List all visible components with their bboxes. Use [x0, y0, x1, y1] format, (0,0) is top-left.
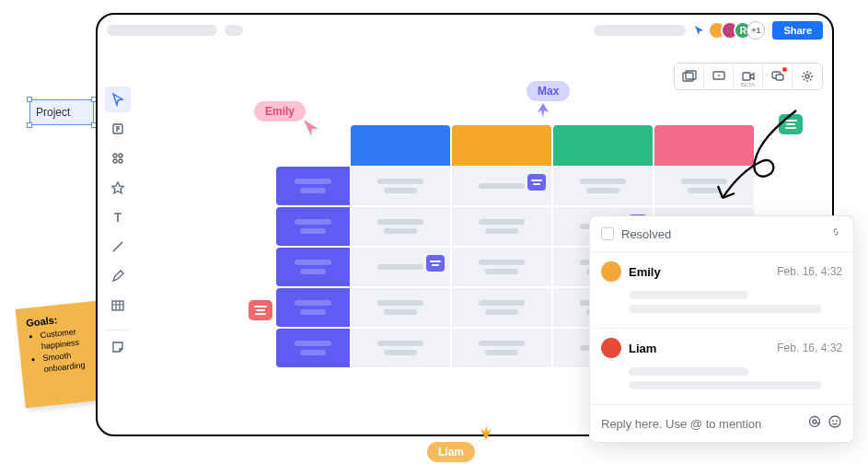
beta-label: BETA — [741, 82, 755, 87]
cursor-arrow-icon — [477, 423, 495, 446]
notification-dot — [782, 67, 787, 72]
resize-handle[interactable] — [27, 122, 32, 128]
table-cell[interactable] — [452, 207, 551, 246]
svg-point-19 — [836, 420, 838, 422]
presence-cursor-icon — [693, 24, 706, 37]
svg-rect-14 — [112, 301, 123, 310]
table-cell[interactable] — [553, 167, 653, 205]
project-label-text: Project — [36, 106, 70, 119]
settings-icon[interactable] — [793, 64, 822, 89]
svg-point-12 — [113, 159, 117, 163]
comment-item: Liam Feb. 16, 4:32 — [590, 329, 853, 405]
collaborator-avatars[interactable]: R +1 — [713, 21, 765, 40]
comment-item: Emily Feb. 16, 4:32 — [590, 252, 853, 329]
table-cell[interactable] — [452, 329, 551, 367]
resolved-label: Resolved — [621, 227, 822, 241]
comment-marker-icon[interactable] — [249, 300, 272, 320]
text-tool-icon[interactable] — [105, 204, 131, 230]
user-cursor-label-liam: Liam — [427, 442, 475, 462]
video-icon[interactable]: BETA — [734, 64, 763, 89]
select-tool-icon[interactable] — [105, 87, 131, 112]
apps-icon[interactable] — [105, 145, 131, 171]
table-cell[interactable] — [452, 288, 551, 327]
mention-icon[interactable] — [807, 414, 822, 433]
svg-point-16 — [813, 420, 816, 423]
copy-link-icon[interactable] — [829, 226, 842, 242]
chat-icon[interactable] — [763, 64, 793, 89]
pen-tool-icon[interactable] — [105, 263, 131, 289]
project-label-element[interactable]: Project — [29, 99, 94, 125]
comment-panel: Resolved Emily Feb. 16, 4:32 Liam Feb. 1… — [589, 215, 854, 443]
commenter-avatar — [601, 261, 621, 282]
svg-point-18 — [832, 420, 834, 422]
title-placeholder — [107, 25, 217, 36]
comment-reply-row — [590, 405, 853, 442]
comment-timestamp: Feb. 16, 4:32 — [777, 265, 842, 278]
table-cell[interactable] — [351, 329, 450, 367]
table-cell[interactable] — [452, 248, 551, 286]
commenter-avatar — [601, 338, 621, 358]
table-tool-icon[interactable] — [105, 293, 131, 319]
table-cell[interactable] — [351, 207, 450, 246]
row-header[interactable] — [276, 207, 350, 246]
slides-icon[interactable] — [675, 64, 704, 89]
resize-handle[interactable] — [27, 97, 32, 102]
avatar-more-label: +1 — [751, 26, 760, 35]
svg-point-15 — [810, 417, 820, 427]
comment-text-placeholder — [629, 305, 822, 313]
star-icon[interactable] — [105, 175, 131, 201]
comment-panel-header: Resolved — [590, 216, 853, 252]
svg-point-13 — [119, 159, 122, 163]
user-cursor-label-max: Max — [527, 81, 570, 101]
app-toolbar-right: BETA — [674, 63, 823, 90]
table-cell[interactable] — [452, 167, 551, 205]
user-cursor-label-emily: Emily — [254, 101, 306, 122]
templates-icon[interactable] — [105, 116, 131, 142]
left-toolbar — [105, 87, 131, 355]
line-tool-icon[interactable] — [105, 234, 131, 260]
cell-note-icon[interactable] — [527, 174, 546, 191]
present-icon[interactable] — [704, 64, 734, 89]
commenter-name: Emily — [629, 265, 770, 279]
comment-timestamp: Feb. 16, 4:32 — [777, 342, 842, 354]
row-header[interactable] — [276, 288, 350, 327]
reply-input[interactable] — [601, 417, 802, 431]
emoji-icon[interactable] — [827, 414, 842, 433]
column-header[interactable] — [452, 125, 551, 166]
svg-rect-7 — [776, 75, 783, 80]
comment-text-placeholder — [629, 367, 748, 376]
column-header[interactable] — [351, 125, 450, 166]
svg-point-10 — [113, 154, 117, 157]
svg-point-17 — [829, 416, 840, 427]
comment-text-placeholder — [629, 381, 822, 389]
control-placeholder — [225, 25, 243, 36]
resolved-checkbox[interactable] — [601, 227, 614, 240]
row-header[interactable] — [276, 167, 350, 205]
row-header[interactable] — [276, 329, 350, 367]
svg-rect-5 — [743, 73, 750, 80]
table-cell[interactable] — [351, 248, 450, 286]
row-header[interactable] — [276, 248, 350, 286]
column-header[interactable] — [553, 125, 653, 166]
avatar-initial: R — [740, 26, 746, 36]
svg-point-8 — [805, 75, 809, 78]
avatar-more[interactable]: +1 — [746, 21, 765, 40]
sticky-tool-icon[interactable] — [105, 330, 131, 355]
cell-note-icon[interactable] — [426, 255, 445, 272]
top-bar: R +1 Share — [98, 15, 832, 46]
svg-point-11 — [119, 154, 122, 157]
commenter-name: Liam — [629, 342, 770, 355]
table-cell[interactable] — [351, 288, 450, 327]
comment-text-placeholder — [629, 291, 748, 299]
control-placeholder — [594, 25, 686, 36]
share-button[interactable]: Share — [772, 21, 823, 40]
cursor-arrow-icon — [534, 101, 552, 123]
table-cell[interactable] — [351, 167, 450, 205]
callout-arrow-icon — [709, 101, 819, 215]
